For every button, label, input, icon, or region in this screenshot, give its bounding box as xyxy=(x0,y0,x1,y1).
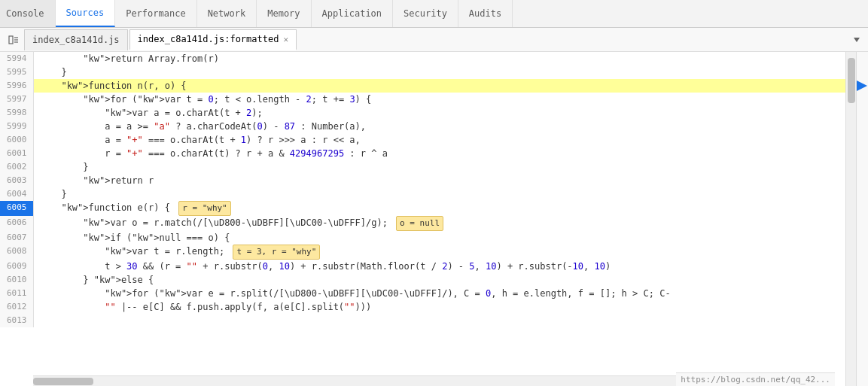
debug-tooltip: o = null xyxy=(396,216,443,231)
line-number: 6009 xyxy=(0,260,33,273)
file-tabbar: index_c8a141d.js index_c8a141d.js:format… xyxy=(0,28,868,52)
line-content: "kw">return r xyxy=(33,174,845,187)
tab-performance[interactable]: Performance xyxy=(115,0,196,27)
line-content: "kw">if ("kw">null === o) { xyxy=(33,231,845,245)
tab-security[interactable]: Security xyxy=(393,0,458,27)
table-row: 6008 "kw">var t = r.length; t = 3, r = "… xyxy=(0,245,845,260)
line-content: a = a >= "a" ? a.charCodeAt(0) - 87 : Nu… xyxy=(33,120,845,133)
table-row: 6004 } xyxy=(0,187,845,201)
line-number: 6004 xyxy=(0,187,33,201)
table-row: 6003 "kw">return r xyxy=(0,174,845,187)
line-number: 6005 xyxy=(0,201,33,216)
table-row: 6007 "kw">if ("kw">null === o) { xyxy=(0,231,845,245)
table-row: 6002 } xyxy=(0,160,845,174)
line-number: 6010 xyxy=(0,273,33,287)
line-content xyxy=(33,314,845,327)
top-tabbar: Console Sources Performance Network Memo… xyxy=(0,0,868,28)
line-number: 6008 xyxy=(0,245,33,260)
line-content: } xyxy=(33,65,845,79)
line-content: "kw">return Array.from(r) xyxy=(33,52,845,65)
table-row: 6011 "kw">for ("kw">var e = r.split(/[\u… xyxy=(0,287,845,300)
status-bar: https://blog.csdn.net/qq_42... xyxy=(676,372,835,386)
scrollbar-thumb[interactable] xyxy=(848,58,855,103)
line-number: 6001 xyxy=(0,147,33,160)
line-number: 5995 xyxy=(0,65,33,79)
tab-nav-icon[interactable] xyxy=(848,32,865,48)
table-row: 6012 "" |-- e[C] && f.push.apply(f, a(e[… xyxy=(0,300,845,314)
line-content: } xyxy=(33,187,845,201)
line-content: "kw">var a = o.charAt(t + 2); xyxy=(33,106,845,120)
table-row: 6010 } "kw">else { xyxy=(0,273,845,287)
svg-rect-0 xyxy=(9,36,13,44)
line-number: 6000 xyxy=(0,133,33,147)
line-content: "kw">function n(r, o) { xyxy=(33,79,845,93)
line-content: "kw">for ("kw">var e = r.split(/[\uD800-… xyxy=(33,287,845,300)
table-row: 6009 t > 30 && (r = "" + r.substr(0, 10)… xyxy=(0,260,845,273)
line-content: } "kw">else { xyxy=(33,273,845,287)
line-content: "kw">for ("kw">var t = 0; t < o.length -… xyxy=(33,93,845,106)
debug-tooltip: r = "why" xyxy=(178,201,231,216)
table-row: 6001 r = "+" === o.charAt(t) ? r + a & 4… xyxy=(0,147,845,160)
table-row: 6013 xyxy=(0,314,845,327)
sidebar-toggle-icon[interactable] xyxy=(3,29,24,50)
table-row: 5996 "kw">function n(r, o) { xyxy=(0,79,845,93)
tab-audits[interactable]: Audits xyxy=(458,0,513,27)
tab-sources[interactable]: Sources xyxy=(56,0,116,27)
line-number: 6012 xyxy=(0,300,33,314)
line-number: 5994 xyxy=(0,52,33,65)
h-scrollbar-thumb[interactable] xyxy=(33,378,93,385)
file-tab-formatted[interactable]: index_c8a141d.js:formatted ✕ xyxy=(129,29,297,50)
line-number: 6002 xyxy=(0,160,33,174)
debug-tooltip: t = 3, r = "why" xyxy=(233,245,320,260)
tab-console[interactable]: Console xyxy=(0,0,56,27)
tab-network[interactable]: Network xyxy=(197,0,257,27)
close-tab-icon[interactable]: ✕ xyxy=(283,35,288,44)
tab-memory[interactable]: Memory xyxy=(257,0,311,27)
table-row: 6006 "kw">var o = r.match(/[\uD800-\uDBF… xyxy=(0,216,845,231)
table-row: 5998 "kw">var a = o.charAt(t + 2); xyxy=(0,106,845,120)
svg-marker-4 xyxy=(854,38,860,42)
table-row: 6005 "kw">function e(r) { r = "why" xyxy=(0,201,845,216)
table-row: 5999 a = a >= "a" ? a.charCodeAt(0) - 87… xyxy=(0,120,845,133)
code-area[interactable]: 5994 "kw">return Array.from(r)5995 }5996… xyxy=(0,52,845,386)
file-tab-minified[interactable]: index_c8a141d.js xyxy=(24,29,128,50)
line-number: 5996 xyxy=(0,79,33,93)
right-edge-panel xyxy=(856,52,868,386)
table-row: 5995 } xyxy=(0,65,845,79)
line-content: "kw">var t = r.length; t = 3, r = "why" xyxy=(33,245,845,260)
vertical-scrollbar[interactable] xyxy=(845,52,856,386)
line-number: 6003 xyxy=(0,174,33,187)
line-content: a = "+" === o.charAt(t + 1) ? r >>> a : … xyxy=(33,133,845,147)
line-number: 6011 xyxy=(0,287,33,300)
table-row: 6000 a = "+" === o.charAt(t + 1) ? r >>>… xyxy=(0,133,845,147)
line-number: 5997 xyxy=(0,93,33,106)
tab-application[interactable]: Application xyxy=(312,0,393,27)
line-content: "" |-- e[C] && f.push.apply(f, a(e[C].sp… xyxy=(33,300,845,314)
breakpoint-arrow-icon xyxy=(857,81,867,91)
line-content: "kw">function e(r) { r = "why" xyxy=(33,201,845,216)
line-number: 5998 xyxy=(0,106,33,120)
line-number: 6013 xyxy=(0,314,33,327)
line-number: 6007 xyxy=(0,231,33,245)
code-table: 5994 "kw">return Array.from(r)5995 }5996… xyxy=(0,52,845,327)
line-content: t > 30 && (r = "" + r.substr(0, 10) + r.… xyxy=(33,260,845,273)
table-row: 5997 "kw">for ("kw">var t = 0; t < o.len… xyxy=(0,93,845,106)
line-content: "kw">var o = r.match(/[\uD800-\uDBFF][\u… xyxy=(33,216,845,231)
line-number: 6006 xyxy=(0,216,33,231)
line-number: 5999 xyxy=(0,120,33,133)
line-content: } xyxy=(33,160,845,174)
line-content: r = "+" === o.charAt(t) ? r + a & 429496… xyxy=(33,147,845,160)
table-row: 5994 "kw">return Array.from(r) xyxy=(0,52,845,65)
main-area: 5994 "kw">return Array.from(r)5995 }5996… xyxy=(0,52,868,386)
